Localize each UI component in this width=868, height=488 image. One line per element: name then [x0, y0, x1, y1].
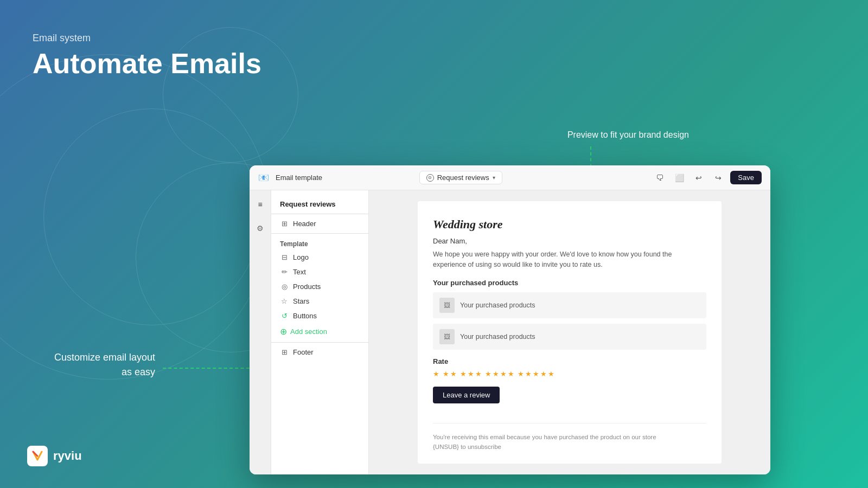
bg-decoration [43, 108, 260, 325]
customize-arrow [163, 365, 260, 371]
save-button[interactable]: Save [730, 171, 762, 184]
sidebar-divider [271, 214, 368, 214]
sidebar-item-logo-label: Logo [293, 253, 309, 261]
text-item-icon: ✏ [280, 268, 289, 276]
sidebar-item-header[interactable]: ⊞ Header [271, 216, 368, 231]
hero-section: Email system Automate Emails [33, 33, 261, 79]
tab-area: ⊙ Request reviews ▾ [419, 171, 502, 184]
add-section-button[interactable]: ⊕ Add section [271, 323, 368, 340]
sidebar-item-footer[interactable]: ⊞ Footer [271, 345, 368, 359]
email-greeting: Dear Nam, [433, 237, 706, 245]
hero-title: Automate Emails [33, 48, 261, 79]
sidebar-divider [271, 342, 368, 343]
sidebar-nav-settings-icon[interactable]: ⚙ [253, 221, 268, 236]
star-group-3: ★ ★ ★ [460, 370, 482, 378]
product-label-2: Your purchased products [460, 333, 535, 341]
rate-title: Rate [433, 357, 706, 365]
sidebar-nav-list-icon[interactable]: ≡ [253, 197, 268, 212]
sidebar-item-buttons-label: Buttons [293, 312, 317, 320]
toolbar-right: 🗨 ⬜ ↩ ↪ Save [652, 170, 762, 185]
products-item-icon: ◎ [280, 282, 289, 291]
logo-area: ryviu [27, 446, 82, 466]
email-template-icon: 📧 [258, 172, 269, 183]
app-window: 📧 Email template ⊙ Request reviews ▾ 🗨 ⬜… [250, 165, 770, 474]
customize-label: Customize email layout as easy [54, 350, 155, 380]
sidebar-item-footer-label: Footer [293, 348, 314, 356]
top-bar: 📧 Email template ⊙ Request reviews ▾ 🗨 ⬜… [250, 165, 770, 190]
email-body: Wedding store Dear Nam, We hope you were… [418, 201, 722, 464]
header-icon: ⊞ [280, 220, 289, 228]
template-group-label: Template [271, 236, 368, 250]
tab-dot-icon: ⊙ [426, 174, 434, 182]
sidebar-item-stars-label: Stars [293, 297, 309, 305]
star-group-2: ★ ★ [443, 370, 457, 378]
sidebar: ≡ ⚙ Request reviews ⊞ Header Template ⊟ … [250, 190, 369, 474]
email-footer: You're receiving this email because you … [433, 423, 706, 452]
product-row-1: 🖼 Your purchased products [433, 292, 706, 318]
buttons-item-icon: ↺ [280, 312, 289, 320]
sidebar-item-stars[interactable]: ☆ Stars [271, 294, 368, 309]
sidebar-item-text[interactable]: ✏ Text [271, 265, 368, 279]
view-button[interactable]: ⬜ [672, 170, 687, 185]
comment-button[interactable]: 🗨 [652, 170, 667, 185]
star-group-5: ★ ★ ★ ★ ★ [518, 370, 554, 378]
sidebar-divider [271, 233, 368, 234]
sidebar-section-title: Request reviews [271, 196, 368, 211]
sidebar-item-products-label: Products [293, 282, 321, 291]
star-group-1: ★ [433, 370, 439, 378]
email-body-text: We hope you were happy with your order. … [433, 249, 706, 270]
undo-button[interactable]: ↩ [691, 170, 706, 185]
preview-label: Preview to fit your brand design [567, 130, 689, 140]
request-reviews-tab[interactable]: ⊙ Request reviews ▾ [419, 171, 502, 184]
sidebar-item-logo[interactable]: ⊟ Logo [271, 250, 368, 265]
product-row-2: 🖼 Your purchased products [433, 324, 706, 350]
main-content: ≡ ⚙ Request reviews ⊞ Header Template ⊟ … [250, 190, 770, 474]
products-section-title: Your purchased products [433, 279, 706, 287]
sidebar-item-products[interactable]: ◎ Products [271, 279, 368, 294]
product-image-icon-2: 🖼 [439, 329, 455, 344]
sidebar-menu: Request reviews ⊞ Header Template ⊟ Logo… [271, 190, 368, 474]
add-section-label: Add section [290, 328, 327, 336]
bg-decoration [0, 54, 271, 380]
logo-icon [27, 446, 48, 466]
sidebar-item-header-label: Header [293, 220, 316, 228]
hero-subtitle: Email system [33, 33, 261, 44]
leave-review-button[interactable]: Leave a review [433, 387, 500, 403]
tab-label: Request reviews [437, 174, 489, 182]
logo-text: ryviu [53, 449, 82, 463]
stars-row: ★ ★ ★ ★ ★ ★ ★ ★ ★ ★ [433, 370, 706, 378]
store-name: Wedding store [433, 217, 706, 232]
footer-line-2: {UNSUB} to unsubscribe [433, 442, 706, 452]
sidebar-icon-nav: ≡ ⚙ [250, 190, 271, 474]
star: ★ [433, 370, 439, 378]
footer-icon: ⊞ [280, 348, 289, 356]
sidebar-item-buttons[interactable]: ↺ Buttons [271, 309, 368, 323]
stars-item-icon: ☆ [280, 297, 289, 305]
email-preview-panel: Wedding store Dear Nam, We hope you were… [369, 190, 770, 474]
star-group-4: ★ ★ ★ ★ [485, 370, 514, 378]
footer-line-1: You're receiving this email because you … [433, 432, 706, 442]
plus-icon: ⊕ [280, 326, 287, 337]
product-image-icon-1: 🖼 [439, 298, 455, 313]
redo-button[interactable]: ↪ [711, 170, 726, 185]
logo-item-icon: ⊟ [280, 253, 289, 261]
chevron-down-icon: ▾ [493, 175, 495, 181]
top-bar-title: Email template [276, 174, 413, 182]
sidebar-item-text-label: Text [293, 268, 306, 276]
product-label-1: Your purchased products [460, 301, 535, 309]
